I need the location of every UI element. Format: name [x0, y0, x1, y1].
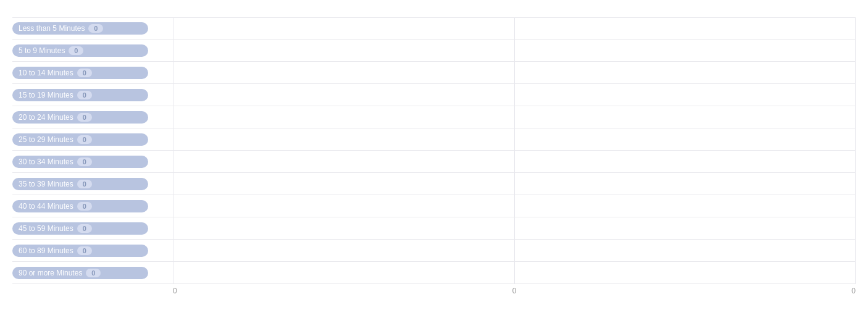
- bar-label-value: 0: [77, 113, 92, 122]
- bar-area: [173, 262, 856, 283]
- bar-label-text: 35 to 39 Minutes: [19, 180, 73, 188]
- bar-row: 25 to 29 Minutes 0: [12, 128, 856, 151]
- bar-label-pill: 35 to 39 Minutes 0: [12, 178, 148, 190]
- x-axis-label: 0: [851, 287, 856, 295]
- bar-label-pill: 15 to 19 Minutes 0: [12, 89, 148, 101]
- bar-label-container: 30 to 34 Minutes 0: [12, 151, 173, 172]
- bar-area: [173, 195, 856, 217]
- bar-label-value: 0: [77, 202, 92, 211]
- bar-area: [173, 106, 856, 128]
- bar-label-container: 40 to 44 Minutes 0: [12, 195, 173, 217]
- bar-label-container: 45 to 59 Minutes 0: [12, 217, 173, 239]
- bar-label-text: Less than 5 Minutes: [19, 24, 85, 33]
- bar-row: 20 to 24 Minutes 0: [12, 106, 856, 128]
- bar-label-pill: 40 to 44 Minutes 0: [12, 200, 148, 212]
- bar-label-pill: 25 to 29 Minutes 0: [12, 133, 148, 146]
- bar-row: 35 to 39 Minutes 0: [12, 173, 856, 195]
- bar-label-text: 30 to 34 Minutes: [19, 157, 73, 166]
- bar-area: [173, 128, 856, 150]
- bar-label-value: 0: [77, 69, 92, 77]
- x-axis-label: 0: [173, 287, 177, 295]
- bar-label-container: 35 to 39 Minutes 0: [12, 173, 173, 195]
- bar-area: [173, 173, 856, 195]
- chart-body: Less than 5 Minutes 0 5 to 9 Minutes 0 1: [12, 17, 856, 284]
- bar-row: 60 to 89 Minutes 0: [12, 240, 856, 262]
- bar-label-value: 0: [69, 46, 83, 55]
- bar-label-pill: 60 to 89 Minutes 0: [12, 245, 148, 257]
- bar-label-value: 0: [77, 246, 92, 255]
- bar-row: 40 to 44 Minutes 0: [12, 195, 856, 217]
- bar-row: 5 to 9 Minutes 0: [12, 40, 856, 62]
- bar-label-text: 25 to 29 Minutes: [19, 135, 73, 144]
- bar-label-container: 25 to 29 Minutes 0: [12, 128, 173, 150]
- bar-label-text: 40 to 44 Minutes: [19, 202, 73, 211]
- bar-label-pill: 20 to 24 Minutes 0: [12, 111, 148, 124]
- bar-row: Less than 5 Minutes 0: [12, 17, 856, 40]
- bar-area: [173, 62, 856, 83]
- x-axis: 000: [12, 287, 856, 295]
- bar-label-text: 90 or more Minutes: [19, 269, 82, 277]
- bar-area: [173, 40, 856, 61]
- bar-label-value: 0: [77, 91, 92, 99]
- bar-label-text: 60 to 89 Minutes: [19, 246, 73, 255]
- bar-label-value: 0: [86, 269, 101, 277]
- bar-label-pill: 5 to 9 Minutes 0: [12, 44, 148, 57]
- bar-row: 45 to 59 Minutes 0: [12, 217, 856, 240]
- bar-area: [173, 240, 856, 261]
- bar-label-pill: 90 or more Minutes 0: [12, 267, 148, 279]
- bar-label-container: Less than 5 Minutes 0: [12, 18, 173, 39]
- bar-label-container: 20 to 24 Minutes 0: [12, 106, 173, 128]
- bar-area: [173, 151, 856, 172]
- bar-label-text: 45 to 59 Minutes: [19, 224, 73, 233]
- bar-label-value: 0: [77, 180, 92, 188]
- bar-area: [173, 84, 856, 106]
- bar-label-text: 20 to 24 Minutes: [19, 113, 73, 122]
- bar-label-container: 15 to 19 Minutes 0: [12, 84, 173, 106]
- bar-label-container: 90 or more Minutes 0: [12, 262, 173, 283]
- bar-area: [173, 217, 856, 239]
- bar-label-pill: Less than 5 Minutes 0: [12, 22, 148, 35]
- bar-row: 15 to 19 Minutes 0: [12, 84, 856, 106]
- bar-label-container: 5 to 9 Minutes 0: [12, 40, 173, 61]
- bar-label-pill: 30 to 34 Minutes 0: [12, 156, 148, 168]
- bar-row: 90 or more Minutes 0: [12, 262, 856, 284]
- bar-label-value: 0: [77, 135, 92, 144]
- bar-label-container: 60 to 89 Minutes 0: [12, 240, 173, 261]
- bar-label-pill: 45 to 59 Minutes 0: [12, 222, 148, 235]
- bar-row: 30 to 34 Minutes 0: [12, 151, 856, 173]
- bar-label-text: 10 to 14 Minutes: [19, 69, 73, 77]
- bar-label-pill: 10 to 14 Minutes 0: [12, 67, 148, 79]
- bar-row: 10 to 14 Minutes 0: [12, 62, 856, 84]
- bar-area: [173, 18, 856, 39]
- x-axis-label: 0: [512, 287, 517, 295]
- bar-label-value: 0: [77, 157, 92, 166]
- bar-label-value: 0: [88, 24, 103, 33]
- bar-label-container: 10 to 14 Minutes 0: [12, 62, 173, 83]
- bar-label-value: 0: [77, 224, 92, 233]
- chart-container: Less than 5 Minutes 0 5 to 9 Minutes 0 1: [0, 0, 868, 323]
- bar-label-text: 15 to 19 Minutes: [19, 91, 73, 99]
- bar-label-text: 5 to 9 Minutes: [19, 46, 65, 55]
